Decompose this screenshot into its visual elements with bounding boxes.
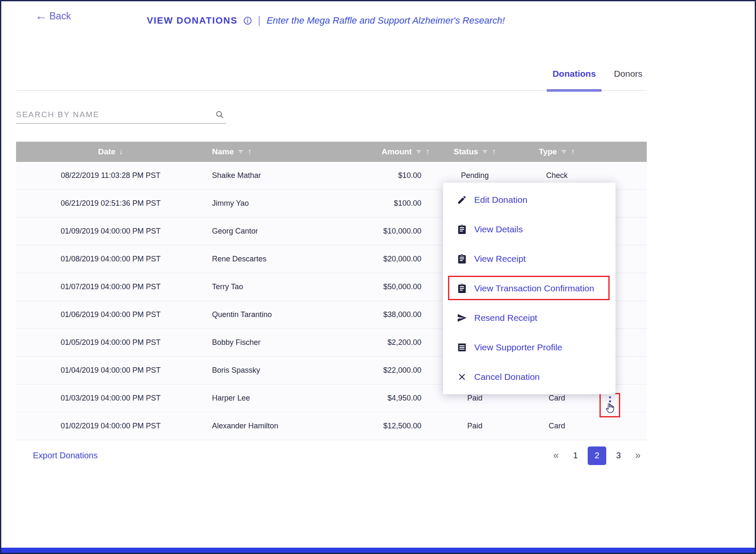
tab-donations-label: Donations: [553, 69, 596, 78]
donation-name: Quentin Tarantino: [205, 310, 357, 319]
donation-status: Pending: [432, 171, 518, 180]
filter-icon[interactable]: [238, 149, 244, 155]
donation-name: Bobby Fischer: [205, 338, 357, 347]
column-label: Date: [98, 147, 115, 156]
donation-status: Paid: [432, 422, 518, 430]
menu-item-label: Edit Donation: [474, 195, 527, 205]
donation-date: 01/06/2019 04:00:00 PM PST: [16, 310, 205, 319]
menu-item-view-receipt[interactable]: View Receipt: [443, 244, 616, 274]
page-header: VIEW DONATIONS | Enter the Mega Raffle a…: [147, 14, 505, 27]
search-icon[interactable]: [215, 110, 224, 119]
title-separator: |: [258, 14, 261, 27]
donation-name: Harper Lee: [205, 394, 357, 403]
header-divider: [16, 90, 647, 91]
sort-asc-icon[interactable]: ↑: [492, 147, 496, 156]
tab-donations[interactable]: Donations: [547, 64, 602, 91]
column-header-amount[interactable]: Amount ↑: [356, 147, 432, 156]
promo-tagline: Enter the Mega Raffle and Support Alzhei…: [267, 15, 505, 26]
donation-date: 01/09/2019 04:00:00 PM PST: [16, 227, 205, 236]
pagination-last[interactable]: »: [631, 447, 645, 464]
menu-item-label: Resend Receipt: [474, 313, 537, 323]
page-title: VIEW DONATIONS: [147, 15, 238, 26]
donation-date: 01/02/2019 04:00:00 PM PST: [16, 422, 205, 430]
back-button[interactable]: ← Back: [35, 11, 71, 22]
column-header-name[interactable]: Name ↑: [205, 147, 357, 156]
filter-icon[interactable]: [416, 149, 422, 155]
close-icon: [456, 372, 467, 382]
view-donations-page: ← Back VIEW DONATIONS | Enter the Mega R…: [0, 0, 756, 554]
menu-item-view-supporter-profile[interactable]: View Supporter Profile: [443, 333, 616, 362]
table-header: Date ↓ Name ↑ Amount ↑ Status ↑ Type: [16, 142, 647, 162]
donation-amount: $12,500.00: [356, 422, 432, 430]
column-label: Type: [539, 147, 557, 156]
sort-asc-icon[interactable]: ↑: [426, 147, 430, 156]
column-header-actions: [596, 142, 647, 162]
pencil-icon: [456, 195, 467, 205]
receipt-icon: [456, 342, 467, 352]
pagination-first[interactable]: «: [549, 447, 563, 464]
donation-name: Rene Descartes: [205, 255, 357, 264]
donation-date: 01/08/2019 04:00:00 PM PST: [16, 255, 205, 264]
donation-name: Shaike Mathar: [205, 171, 357, 180]
donation-amount: $4,950.00: [356, 394, 432, 403]
donation-name: Alexander Hamilton: [205, 422, 357, 430]
donation-date: 01/04/2019 04:00:00 PM PST: [16, 366, 205, 375]
column-label: Status: [454, 147, 478, 156]
menu-item-label: View Receipt: [474, 254, 526, 264]
menu-item-cancel-donation[interactable]: Cancel Donation: [443, 362, 616, 392]
donation-name: Georg Cantor: [205, 227, 357, 236]
donation-amount: $2,200.00: [356, 338, 432, 347]
donation-amount: $10,000.00: [356, 227, 432, 236]
donation-name: Boris Spassky: [205, 366, 357, 375]
table-footer: Export Donations « 1 2 3 »: [16, 440, 647, 471]
sort-asc-icon[interactable]: ↑: [571, 147, 575, 156]
send-icon: [456, 313, 467, 323]
search-field[interactable]: [16, 106, 226, 124]
pagination-page-1[interactable]: 1: [568, 447, 583, 464]
column-label: Amount: [381, 147, 412, 156]
info-icon[interactable]: [243, 16, 252, 25]
tab-donors[interactable]: Donors: [611, 64, 645, 91]
menu-item-resend-receipt[interactable]: Resend Receipt: [443, 303, 616, 333]
tab-bar: Donations Donors: [547, 64, 645, 91]
column-header-status[interactable]: Status ↑: [432, 147, 518, 156]
clipboard-icon: [456, 254, 467, 264]
donation-amount: $20,000.00: [356, 255, 432, 264]
donation-date: 06/21/2019 02:51:36 PM PST: [16, 199, 205, 208]
donation-amount: $50,000.00: [356, 282, 432, 291]
filter-icon[interactable]: [482, 149, 488, 155]
menu-item-edit-donation[interactable]: Edit Donation: [443, 185, 616, 215]
donation-amount: $100.00: [356, 199, 432, 208]
pagination: « 1 2 3 »: [549, 446, 645, 465]
cursor-pointer-icon: [605, 403, 616, 414]
menu-item-label: View Details: [474, 224, 523, 234]
menu-item-label: View Supporter Profile: [474, 342, 562, 352]
menu-item-label: View Transaction Confirmation: [474, 283, 594, 293]
donation-amount: $22,000.00: [356, 366, 432, 375]
filter-icon[interactable]: [561, 149, 567, 155]
pagination-page-2[interactable]: 2: [588, 446, 606, 465]
column-label: Name: [212, 147, 234, 156]
menu-item-label: Cancel Donation: [474, 372, 540, 382]
donation-date: 01/03/2019 04:00:00 PM PST: [16, 394, 205, 403]
search-input[interactable]: [16, 110, 215, 119]
table-row[interactable]: 01/02/2019 04:00:00 PM PST Alexander Ham…: [16, 412, 647, 440]
bottom-bar: [1, 548, 755, 553]
donation-date: 08/22/2019 11:03:28 PM PST: [16, 171, 205, 180]
donation-amount: $38,000.00: [356, 310, 432, 319]
back-arrow-icon: ←: [35, 10, 47, 22]
donation-type: Card: [518, 394, 597, 403]
sort-asc-icon[interactable]: ↑: [248, 147, 252, 156]
column-header-date[interactable]: Date ↓: [16, 147, 205, 156]
row-context-menu: Edit Donation View Details View Receipt …: [443, 183, 616, 394]
export-donations-link[interactable]: Export Donations: [33, 451, 97, 460]
sort-desc-icon[interactable]: ↓: [119, 147, 124, 156]
donation-date: 01/05/2019 04:00:00 PM PST: [16, 338, 205, 347]
clipboard-icon: [456, 283, 467, 293]
clipboard-icon: [456, 224, 467, 234]
pagination-page-3[interactable]: 3: [611, 447, 626, 464]
menu-item-view-transaction-confirmation[interactable]: View Transaction Confirmation: [443, 274, 616, 303]
column-header-type[interactable]: Type ↑: [518, 147, 597, 156]
menu-item-view-details[interactable]: View Details: [443, 215, 616, 244]
tab-donors-label: Donors: [614, 69, 643, 78]
